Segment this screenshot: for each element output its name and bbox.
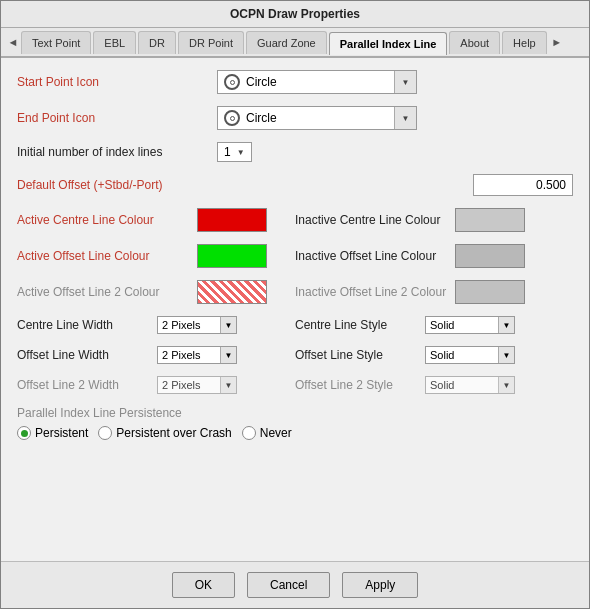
persistent-crash-label: Persistent over Crash (116, 426, 231, 440)
active-offset-line-colour-swatch[interactable] (197, 244, 267, 268)
left-arrow-icon: ◄ (8, 36, 19, 48)
title-bar: OCPN Draw Properties (1, 1, 589, 28)
offset-line2-width-label: Offset Line 2 Width (17, 378, 157, 392)
end-point-icon-label: End Point Icon (17, 111, 217, 125)
inactive-offset-line2-colour-swatch[interactable] (455, 280, 525, 304)
inactive-centre-line-colour-swatch[interactable] (455, 208, 525, 232)
offset-line2-style-label: Offset Line 2 Style (295, 378, 425, 392)
offset-line-width-dropdown[interactable]: 2 Pixels ▼ (157, 346, 237, 364)
centre-line-width-row: Centre Line Width 2 Pixels ▼ Centre Line… (17, 316, 573, 334)
offset-line2-width-row: Offset Line 2 Width 2 Pixels ▼ Offset Li… (17, 376, 573, 394)
active-centre-line-colour-swatch[interactable] (197, 208, 267, 232)
default-offset-row: Default Offset (+Stbd/-Port) 0.500 (17, 174, 573, 196)
tab-left-arrow[interactable]: ◄ (5, 28, 21, 56)
tab-parallel-index-line[interactable]: Parallel Index Line (329, 32, 448, 55)
dropdown-arrow-end: ▼ (402, 114, 410, 123)
centre-line-width-arrow[interactable]: ▼ (220, 317, 236, 333)
initial-index-lines-value: 1 (224, 145, 231, 159)
persistent-radio-circle (17, 426, 31, 440)
persistence-title: Parallel Index Line Persistence (17, 406, 573, 420)
end-point-icon-dropdown-btn[interactable]: ▼ (394, 107, 416, 129)
tab-right-arrow[interactable]: ► (549, 28, 565, 56)
centre-line-width-label: Centre Line Width (17, 318, 157, 332)
default-offset-label: Default Offset (+Stbd/-Port) (17, 178, 217, 192)
start-point-icon-value: Circle (246, 75, 277, 89)
offset-line2-width-dropdown[interactable]: 2 Pixels ▼ (157, 376, 237, 394)
inactive-offset-line2-label: Inactive Offset Line 2 Colour (295, 285, 455, 299)
never-radio[interactable]: Never (242, 426, 292, 440)
offset-line-width-row: Offset Line Width 2 Pixels ▼ Offset Line… (17, 346, 573, 364)
active-offset-line-label: Active Offset Line Colour (17, 249, 197, 263)
ok-button[interactable]: OK (172, 572, 235, 598)
offset-line-colour-row: Active Offset Line Colour Inactive Offse… (17, 244, 573, 268)
offset-line-style-dropdown[interactable]: Solid ▼ (425, 346, 515, 364)
persistent-radio-dot (21, 430, 28, 437)
cancel-button[interactable]: Cancel (247, 572, 330, 598)
offset-line2-colour-row: Active Offset Line 2 Colour Inactive Off… (17, 280, 573, 304)
inactive-offset-line-label: Inactive Offset Line Colour (295, 249, 455, 263)
tab-ebl[interactable]: EBL (93, 31, 136, 54)
tab-about[interactable]: About (449, 31, 500, 54)
centre-line-width-dropdown[interactable]: 2 Pixels ▼ (157, 316, 237, 334)
offset-line-style-arrow[interactable]: ▼ (498, 347, 514, 363)
centre-line-style-value: Solid (426, 317, 498, 333)
offset-line2-style-arrow[interactable]: ▼ (498, 377, 514, 393)
footer: OK Cancel Apply (1, 561, 589, 608)
persistence-section: Parallel Index Line Persistence Persiste… (17, 406, 573, 440)
inactive-offset-line-colour-swatch[interactable] (455, 244, 525, 268)
active-centre-line-label: Active Centre Line Colour (17, 213, 197, 227)
active-offset-line2-colour-swatch[interactable] (197, 280, 267, 304)
tab-guard-zone[interactable]: Guard Zone (246, 31, 327, 54)
persistent-label: Persistent (35, 426, 88, 440)
tab-dr[interactable]: DR (138, 31, 176, 54)
persistent-radio[interactable]: Persistent (17, 426, 88, 440)
persistent-crash-radio-circle (98, 426, 112, 440)
centre-line-width-value: 2 Pixels (158, 317, 220, 333)
offset-line-style-label: Offset Line Style (295, 348, 425, 362)
end-point-icon-value: Circle (246, 111, 277, 125)
initial-index-lines-label: Initial number of index lines (17, 145, 217, 159)
tab-help[interactable]: Help (502, 31, 547, 54)
offset-line2-width-value: 2 Pixels (158, 377, 220, 393)
persistence-radio-group: Persistent Persistent over Crash Never (17, 426, 573, 440)
end-point-icon-row: End Point Icon Circle ▼ (17, 106, 573, 130)
offset-line2-style-value: Solid (426, 377, 498, 393)
initial-index-lines-dropdown[interactable]: 1 ▼ (217, 142, 252, 162)
initial-index-lines-row: Initial number of index lines 1 ▼ (17, 142, 573, 162)
centre-line-colour-row: Active Centre Line Colour Inactive Centr… (17, 208, 573, 232)
circle-icon-end (224, 110, 240, 126)
centre-line-style-label: Centre Line Style (295, 318, 425, 332)
start-point-icon-label: Start Point Icon (17, 75, 217, 89)
centre-line-style-dropdown[interactable]: Solid ▼ (425, 316, 515, 334)
centre-line-style-arrow[interactable]: ▼ (498, 317, 514, 333)
content-area: Start Point Icon Circle ▼ End Point Icon (1, 58, 589, 561)
start-point-icon-dropdown[interactable]: Circle ▼ (217, 70, 417, 94)
offset-line-width-value: 2 Pixels (158, 347, 220, 363)
right-arrow-icon: ► (551, 36, 562, 48)
never-radio-circle (242, 426, 256, 440)
persistent-crash-radio[interactable]: Persistent over Crash (98, 426, 231, 440)
dropdown-arrow-start: ▼ (402, 78, 410, 87)
offset-line-width-label: Offset Line Width (17, 348, 157, 362)
offset-line-width-arrow[interactable]: ▼ (220, 347, 236, 363)
start-point-icon-dropdown-btn[interactable]: ▼ (394, 71, 416, 93)
circle-icon-start (224, 74, 240, 90)
never-label: Never (260, 426, 292, 440)
tab-bar: ◄ Text Point EBL DR DR Point Guard Zone … (1, 28, 589, 58)
start-point-icon-row: Start Point Icon Circle ▼ (17, 70, 573, 94)
default-offset-input[interactable]: 0.500 (473, 174, 573, 196)
end-point-icon-dropdown[interactable]: Circle ▼ (217, 106, 417, 130)
main-window: OCPN Draw Properties ◄ Text Point EBL DR… (0, 0, 590, 609)
tab-dr-point[interactable]: DR Point (178, 31, 244, 54)
tab-text-point[interactable]: Text Point (21, 31, 91, 54)
active-offset-line2-label: Active Offset Line 2 Colour (17, 285, 197, 299)
inactive-centre-line-label: Inactive Centre Line Colour (295, 213, 455, 227)
index-dropdown-arrow: ▼ (237, 148, 245, 157)
offset-line2-width-arrow[interactable]: ▼ (220, 377, 236, 393)
apply-button[interactable]: Apply (342, 572, 418, 598)
offset-line2-style-dropdown[interactable]: Solid ▼ (425, 376, 515, 394)
window-title: OCPN Draw Properties (230, 7, 360, 21)
offset-line-style-value: Solid (426, 347, 498, 363)
